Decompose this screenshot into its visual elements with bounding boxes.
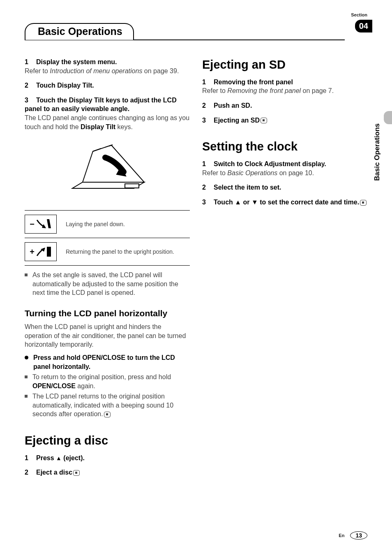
ref-italic: Basic Operations <box>227 169 277 176</box>
tilt-up-icon: + <box>25 242 57 261</box>
note-saved-angle: As the set angle is saved, the LCD panel… <box>25 271 190 297</box>
step-number: 1 <box>202 160 214 169</box>
clock-step-select: 2Select the item to set. <box>202 183 367 192</box>
heading-ejecting-disc: Ejecting a disc <box>25 433 190 448</box>
step-title-text: Push an SD. <box>214 102 252 109</box>
tilt-down-row: − Laying the panel down. <box>25 210 190 238</box>
return-post: again. <box>76 382 95 389</box>
tab-title: Basic Operations <box>25 23 134 40</box>
return-pre: To return to the original position, pres… <box>32 373 171 380</box>
step-number: 1 <box>25 58 36 67</box>
body-post: keys. <box>115 123 133 130</box>
auto-return-note: The LCD panel returns to the original po… <box>25 392 190 419</box>
footer-language: En <box>339 533 344 538</box>
section-label: Section <box>351 12 367 17</box>
step-press-eject: 1Press ▲ (eject). <box>25 454 190 463</box>
tilt-up-row: + Returning the panel to the upright pos… <box>25 238 190 266</box>
step-display-menu: 1Display the system menu. Refer to Intro… <box>25 58 190 75</box>
press-hold-text: Press and hold OPEN/CLOSE to turn the LC… <box>33 353 190 371</box>
left-column: 1Display the system menu. Refer to Intro… <box>25 58 190 483</box>
ref-italic: Introduction of menu operations <box>50 67 142 74</box>
heading-ejecting-sd: Ejecting an SD <box>202 58 367 72</box>
tilt-down-desc: Laying the panel down. <box>66 220 125 228</box>
step-title-text: Ejecting an SD <box>214 117 260 124</box>
end-section-icon <box>73 470 80 476</box>
turning-body: When the LCD panel is upright and hinder… <box>25 322 190 349</box>
step-title-text: Switch to Clock Adjustment display. <box>214 160 326 167</box>
body-bold: Display Tilt <box>81 123 115 130</box>
step-touch-tilt: 2Touch Display Tilt. <box>25 81 190 90</box>
ref-pre: Refer to <box>202 87 227 94</box>
tab-rule: Basic Operations <box>25 24 345 40</box>
return-bold: OPEN/CLOSE <box>32 382 76 389</box>
step-number: 3 <box>202 198 214 207</box>
step-number: 1 <box>25 454 36 463</box>
press-post: (eject). <box>62 454 85 461</box>
page-header: Section 04 Basic Operations <box>25 16 367 41</box>
up-arrow-icon: ▲ <box>235 199 241 206</box>
step-eject-disc: 2Eject a disc <box>25 468 190 477</box>
note-text: As the set angle is saved, the LCD panel… <box>32 271 190 297</box>
sd-step-push: 2Push an SD. <box>202 101 367 110</box>
round-bullet-icon <box>25 356 28 359</box>
sd-step-eject: 3Ejecting an SD <box>202 116 367 125</box>
sd-step-remove-panel: 1Removing the front panel Refer to Remov… <box>202 78 367 95</box>
press-hold-instruction: Press and hold OPEN/CLOSE to turn the LC… <box>25 353 190 371</box>
touch-mid: or <box>241 199 251 206</box>
content-columns: 1Display the system menu. Refer to Intro… <box>25 58 367 483</box>
lcd-tilt-diagram <box>25 137 190 203</box>
down-arrow-icon: ▼ <box>251 199 258 206</box>
ref-italic: Removing the front panel <box>227 87 301 94</box>
ref-pre: Refer to <box>202 169 227 176</box>
right-column: Ejecting an SD 1Removing the front panel… <box>202 58 367 483</box>
sign-minus: − <box>30 220 35 229</box>
end-section-icon <box>360 200 367 206</box>
step-number: 2 <box>202 101 214 110</box>
clock-step-set: 3Touch ▲ or ▼ to set the correct date an… <box>202 198 367 207</box>
section-number-badge: 04 <box>355 20 372 32</box>
auto-return-text: The LCD panel returns to the original po… <box>32 393 173 417</box>
side-tab-marker <box>384 111 392 124</box>
square-bullet-icon <box>25 273 28 276</box>
footer-page-number: 13 <box>350 531 367 540</box>
step-adjust-angle: 3Touch the Display Tilt keys to adjust t… <box>25 96 190 131</box>
step-title-text: Removing the front panel <box>214 79 293 86</box>
step-number: 2 <box>202 183 214 192</box>
step-title-text: Select the item to set. <box>214 184 281 191</box>
svg-rect-0 <box>125 184 139 188</box>
square-bullet-icon <box>25 375 28 378</box>
square-bullet-icon <box>25 395 28 398</box>
step-number: 1 <box>202 78 214 87</box>
ref-text: Refer to <box>25 67 50 74</box>
ref-post: on page 7. <box>301 87 334 94</box>
step-title-text: Touch the Display Tilt keys to adjust th… <box>25 97 177 113</box>
tilt-up-desc: Returning the panel to the upright posit… <box>66 248 174 255</box>
page-footer: En 13 <box>339 531 367 540</box>
step-title-text: Eject a disc <box>36 469 72 476</box>
clock-step-switch: 1Switch to Clock Adjustment display. Ref… <box>202 160 367 177</box>
step-number: 3 <box>202 116 214 125</box>
sign-plus: + <box>30 247 35 257</box>
heading-setting-clock: Setting the clock <box>202 139 367 154</box>
end-section-icon <box>104 412 111 417</box>
ref-post: on page 39. <box>142 67 179 74</box>
step-number: 2 <box>25 468 36 477</box>
step-number: 2 <box>25 81 36 90</box>
ref-post: on page 10. <box>277 169 314 176</box>
return-note: To return to the original position, pres… <box>25 373 190 390</box>
side-label: Basic Operations <box>373 123 381 181</box>
step-title-text: Display the system menu. <box>36 58 117 65</box>
panel-laying-icon <box>35 218 52 231</box>
touch-post: to set the correct date and time. <box>258 199 359 206</box>
end-section-icon <box>261 118 267 123</box>
step-number: 3 <box>25 96 36 105</box>
lcd-panel-illustration-icon <box>64 141 150 199</box>
eject-icon: ▲ <box>56 455 62 461</box>
tilt-down-icon: − <box>25 215 57 234</box>
step-title-text: Touch Display Tilt. <box>36 82 94 89</box>
touch-pre: Touch <box>214 199 235 206</box>
heading-turning-horizontal: Turning the LCD panel horizontally <box>25 308 190 318</box>
panel-upright-icon <box>35 245 52 258</box>
press-pre: Press <box>36 454 56 461</box>
